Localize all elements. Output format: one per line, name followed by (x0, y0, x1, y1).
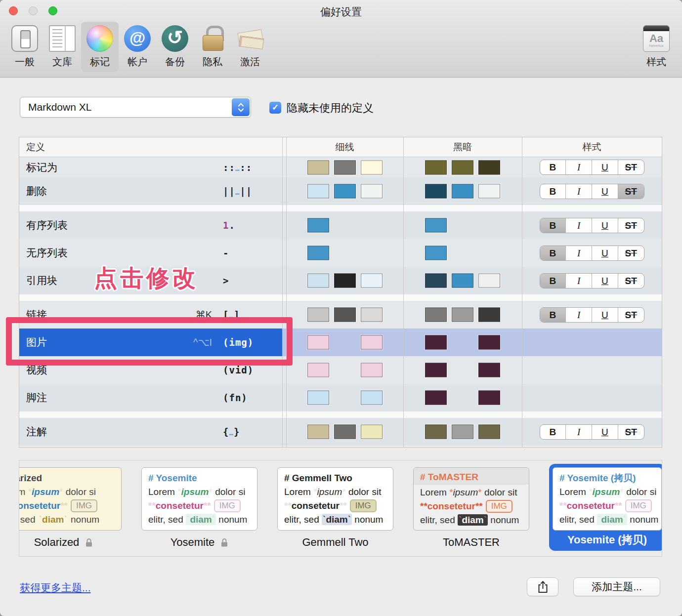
style-toggle-u[interactable]: U (592, 160, 618, 174)
style-toggle-b[interactable]: B (540, 246, 566, 260)
color-swatch[interactable] (307, 274, 329, 288)
theme-card-Yosemite[interactable]: # YosemiteLorem *ipsum* dolor si**conset… (141, 467, 257, 551)
markup-definition-select[interactable]: Markdown XL (20, 97, 251, 118)
toolbar-item-styles[interactable]: Aa Helvetica 样式 (638, 22, 675, 72)
style-toggle-i[interactable]: I (566, 274, 592, 288)
color-swatch[interactable] (334, 308, 356, 322)
color-swatch[interactable] (361, 160, 383, 174)
theme-card-Gemmell Two[interactable]: # Gemmell TwoLorem *ipsum* dolor sit**co… (277, 467, 393, 551)
theme-card-ToMASTER[interactable]: # ToMASTERLorem *ipsum* dolor sit**conse… (413, 467, 529, 551)
toolbar-item-markup[interactable]: 标记 (81, 22, 119, 72)
color-swatch[interactable] (452, 274, 473, 288)
style-toggle-u[interactable]: U (592, 246, 618, 260)
color-swatch[interactable] (307, 218, 329, 233)
close-button[interactable] (9, 6, 18, 15)
color-swatch[interactable] (307, 160, 329, 174)
color-swatch[interactable] (425, 363, 447, 377)
style-toggle-b[interactable]: B (540, 184, 566, 199)
style-toggle-st[interactable]: ST (618, 160, 644, 174)
style-toggle-i[interactable]: I (566, 246, 592, 260)
style-toggle-st[interactable]: ST (618, 218, 644, 233)
color-swatch[interactable] (478, 308, 500, 322)
select-stepper-icon[interactable] (232, 98, 250, 116)
color-swatch[interactable] (425, 308, 447, 322)
color-swatch[interactable] (334, 184, 356, 199)
minimize-button[interactable] (29, 6, 38, 15)
color-swatch[interactable] (425, 184, 447, 199)
color-swatch[interactable] (425, 274, 447, 288)
style-toggle-u[interactable]: U (592, 184, 618, 199)
color-swatch[interactable] (361, 425, 383, 439)
color-swatch[interactable] (425, 160, 447, 174)
color-swatch[interactable] (361, 391, 383, 405)
style-toggle-i[interactable]: I (566, 308, 592, 322)
table-row-标记为[interactable]: 标记为::…::BIUST (19, 157, 662, 177)
color-swatch[interactable] (334, 160, 356, 174)
color-swatch[interactable] (425, 391, 447, 405)
toolbar-item-general[interactable]: 一般 (6, 22, 43, 72)
toolbar-item-privacy[interactable]: 隐私 (194, 22, 231, 72)
style-toggle-st[interactable]: ST (618, 246, 644, 260)
color-swatch[interactable] (478, 425, 500, 439)
style-toggle-b[interactable]: B (540, 425, 566, 439)
color-swatch[interactable] (361, 184, 383, 199)
color-swatch[interactable] (452, 184, 473, 199)
toolbar-item-backup[interactable]: ↺备份 (156, 22, 194, 72)
color-swatch[interactable] (307, 425, 329, 439)
color-swatch[interactable] (425, 218, 447, 233)
color-swatch[interactable] (452, 160, 473, 174)
theme-card-Solarized[interactable]: larizedem *ipsum* dolor siconsetetur**IM… (19, 467, 122, 551)
color-swatch[interactable] (307, 246, 329, 260)
color-swatch[interactable] (307, 308, 329, 322)
add-theme-button[interactable]: 添加主题... (573, 577, 660, 596)
style-toggle-b[interactable]: B (540, 218, 566, 233)
color-swatch[interactable] (361, 363, 383, 377)
color-swatch[interactable] (361, 335, 383, 350)
style-toggle-u[interactable]: U (592, 218, 618, 233)
color-swatch[interactable] (478, 363, 500, 377)
color-swatch[interactable] (307, 335, 329, 350)
color-swatch[interactable] (478, 335, 500, 350)
toolbar-item-accounts[interactable]: @帐户 (119, 22, 156, 72)
color-swatch[interactable] (425, 246, 447, 260)
style-toggle-u[interactable]: U (592, 425, 618, 439)
color-swatch[interactable] (307, 363, 329, 377)
style-toggle-st[interactable]: ST (618, 308, 644, 322)
style-toggle-b[interactable]: B (540, 160, 566, 174)
color-swatch[interactable] (361, 274, 383, 288)
table-row-删除[interactable]: 删除||…||BIUST (19, 177, 662, 205)
style-toggle-b[interactable]: B (540, 274, 566, 288)
style-toggle-i[interactable]: I (566, 160, 592, 174)
style-toggle-u[interactable]: U (592, 274, 618, 288)
toolbar-item-activation[interactable]: 激活 (231, 22, 269, 72)
table-row-注解[interactable]: 注解{…}BIUST (19, 418, 662, 446)
style-toggle-i[interactable]: I (566, 218, 592, 233)
toolbar-item-library[interactable]: 文库 (43, 22, 81, 72)
style-toggle-st[interactable]: ST (618, 184, 644, 199)
table-row-有序列表[interactable]: 有序列表1.BIUST (19, 211, 662, 239)
table-row-脚注[interactable]: 脚注(fn) (19, 384, 662, 411)
theme-card-Yosemite (拷贝)[interactable]: # Yosemite (拷贝)Lorem *ipsum* dolor si**c… (549, 467, 662, 551)
style-toggle-i[interactable]: I (566, 184, 592, 199)
color-swatch[interactable] (478, 160, 500, 174)
hide-unused-checkbox[interactable]: ✓ (269, 102, 281, 114)
color-swatch[interactable] (425, 425, 447, 439)
style-toggle-st[interactable]: ST (618, 425, 644, 439)
style-toggle-i[interactable]: I (566, 425, 592, 439)
color-swatch[interactable] (307, 391, 329, 405)
color-swatch[interactable] (452, 308, 473, 322)
color-swatch[interactable] (425, 335, 447, 350)
color-swatch[interactable] (478, 184, 500, 199)
color-swatch[interactable] (452, 425, 473, 439)
color-swatch[interactable] (478, 391, 500, 405)
style-toggle-b[interactable]: B (540, 308, 566, 322)
share-theme-button[interactable] (527, 577, 558, 596)
color-swatch[interactable] (334, 274, 356, 288)
style-toggle-u[interactable]: U (592, 308, 618, 322)
zoom-button[interactable] (48, 6, 57, 15)
color-swatch[interactable] (307, 184, 329, 199)
color-swatch[interactable] (478, 274, 500, 288)
color-swatch[interactable] (361, 308, 383, 322)
style-toggle-st[interactable]: ST (618, 274, 644, 288)
get-more-themes-link[interactable]: 获得更多主题... (20, 581, 91, 595)
